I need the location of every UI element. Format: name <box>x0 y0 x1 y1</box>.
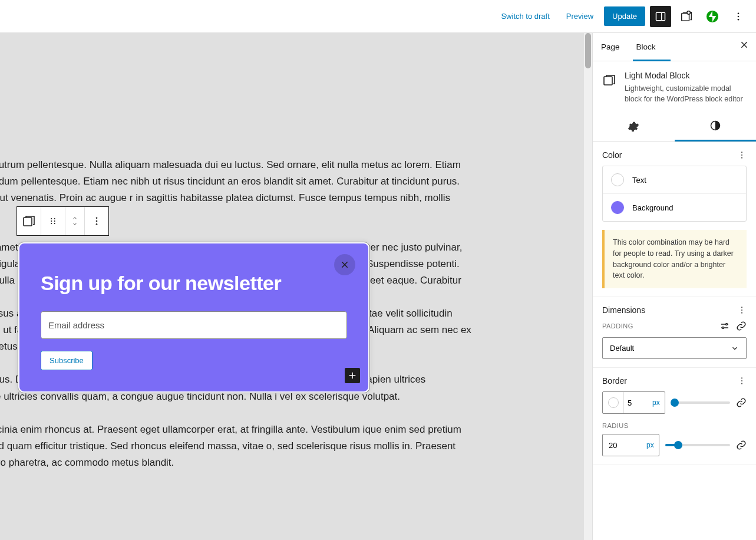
border-heading: Border <box>602 376 627 386</box>
svg-point-17 <box>96 223 98 225</box>
text-color-row[interactable]: Text <box>603 166 746 193</box>
svg-rect-8 <box>24 218 32 226</box>
border-width-input[interactable]: px <box>602 391 665 414</box>
svg-point-25 <box>741 312 742 314</box>
border-color-button[interactable] <box>603 392 624 413</box>
sliders-icon <box>719 321 730 331</box>
block-card-title: Light Modal Block <box>625 71 747 80</box>
radius-unit-select[interactable]: px <box>642 441 659 449</box>
svg-point-14 <box>54 223 55 224</box>
svg-point-27 <box>722 327 724 329</box>
svg-rect-0 <box>656 12 665 20</box>
plus-icon <box>348 371 357 380</box>
close-sidebar-button[interactable] <box>732 33 756 61</box>
options-menu-button[interactable] <box>728 6 749 27</box>
scrollbar-thumb[interactable] <box>585 33 591 68</box>
text-color-label: Text <box>632 176 646 185</box>
chevron-down-icon <box>731 344 739 353</box>
kebab-icon <box>737 150 747 160</box>
jetpack-icon <box>706 10 719 23</box>
preview-link[interactable]: Preview <box>560 7 599 25</box>
svg-point-29 <box>741 380 742 381</box>
padding-select[interactable]: Default <box>602 337 747 359</box>
chevron-down-icon <box>70 221 80 227</box>
border-options-button[interactable] <box>737 376 747 386</box>
block-card: Light Modal Block Lightweight, customiza… <box>593 61 756 111</box>
tab-page[interactable]: Page <box>593 33 628 61</box>
custom-padding-toggle[interactable] <box>719 321 730 331</box>
link-radius-toggle[interactable] <box>736 440 747 450</box>
tab-block[interactable]: Block <box>628 33 664 61</box>
svg-point-6 <box>738 15 740 17</box>
modal-block-toggle[interactable] <box>676 6 697 27</box>
kebab-icon <box>737 305 747 315</box>
subscribe-button[interactable]: Subscribe <box>41 351 93 370</box>
svg-point-10 <box>54 218 55 219</box>
color-options-button[interactable] <box>737 150 747 160</box>
svg-point-23 <box>741 307 742 308</box>
block-card-description: Lightweight, customizable modal block fo… <box>625 84 747 104</box>
move-down-button[interactable] <box>70 221 80 227</box>
padding-value: Default <box>610 344 634 353</box>
border-width-field[interactable] <box>624 399 648 407</box>
modal-close-button[interactable] <box>334 254 355 275</box>
border-radius-field[interactable] <box>603 441 642 450</box>
color-panel: Color Text Background This color combina… <box>593 142 756 297</box>
svg-point-15 <box>96 217 98 219</box>
close-icon <box>340 260 349 269</box>
block-options-button[interactable] <box>85 207 108 235</box>
link-icon <box>736 321 747 331</box>
move-up-button[interactable] <box>70 215 80 221</box>
svg-point-30 <box>741 383 742 384</box>
svg-point-3 <box>687 11 691 14</box>
border-width-slider[interactable] <box>671 401 730 404</box>
background-color-row[interactable]: Background <box>603 193 746 221</box>
modal-block-icon <box>602 73 616 87</box>
svg-point-20 <box>741 152 742 153</box>
link-icon <box>736 397 747 408</box>
block-toolbar <box>16 206 109 236</box>
tab-indicator <box>633 60 671 61</box>
svg-point-12 <box>54 220 55 222</box>
svg-point-24 <box>741 309 742 311</box>
color-heading: Color <box>602 150 622 160</box>
link-sides-toggle[interactable] <box>736 321 747 331</box>
editor-canvas[interactable]: am feugiat ante ac leo rutrum pellentesq… <box>0 33 592 540</box>
border-radius-slider[interactable] <box>665 444 730 446</box>
kebab-icon <box>737 376 747 386</box>
svg-rect-18 <box>604 77 612 85</box>
canvas-scrollbar[interactable] <box>584 33 592 540</box>
text-color-swatch <box>611 173 624 186</box>
gear-icon <box>628 121 639 133</box>
switch-to-draft-link[interactable]: Switch to draft <box>495 7 555 25</box>
slider-thumb[interactable] <box>674 441 682 449</box>
settings-sidebar: Page Block Light Modal Block Lightweight… <box>592 33 756 540</box>
border-radius-input[interactable]: px <box>602 434 659 456</box>
kebab-icon <box>91 216 102 226</box>
tab-styles[interactable] <box>675 111 757 141</box>
slider-thumb[interactable] <box>671 399 679 407</box>
link-border-toggle[interactable] <box>736 397 747 408</box>
settings-sidebar-toggle[interactable] <box>650 6 671 27</box>
sidebar-tabs: Page Block <box>593 33 756 61</box>
border-panel: Border px RADIUS <box>593 368 756 465</box>
block-type-button[interactable] <box>17 207 41 235</box>
svg-point-22 <box>741 157 742 159</box>
dimensions-heading: Dimensions <box>602 305 645 315</box>
dimensions-options-button[interactable] <box>737 305 747 315</box>
jetpack-button[interactable] <box>702 6 723 27</box>
update-button[interactable]: Update <box>604 6 645 26</box>
border-unit-select[interactable]: px <box>648 399 665 407</box>
tab-settings[interactable] <box>593 111 675 141</box>
link-icon <box>736 440 747 450</box>
add-block-button[interactable] <box>345 368 360 383</box>
modal-heading[interactable]: Sign up for our newsletter <box>41 272 347 295</box>
drag-handle[interactable] <box>41 207 65 235</box>
svg-point-26 <box>726 324 728 325</box>
svg-point-11 <box>51 220 52 222</box>
svg-point-5 <box>738 12 740 14</box>
paragraph[interactable]: ibus ultricies lacus, a lacinia enim rho… <box>0 422 474 471</box>
modal-block[interactable]: Sign up for our newsletter Email address… <box>18 242 370 393</box>
svg-point-7 <box>738 18 740 20</box>
email-field[interactable]: Email address <box>41 311 347 339</box>
